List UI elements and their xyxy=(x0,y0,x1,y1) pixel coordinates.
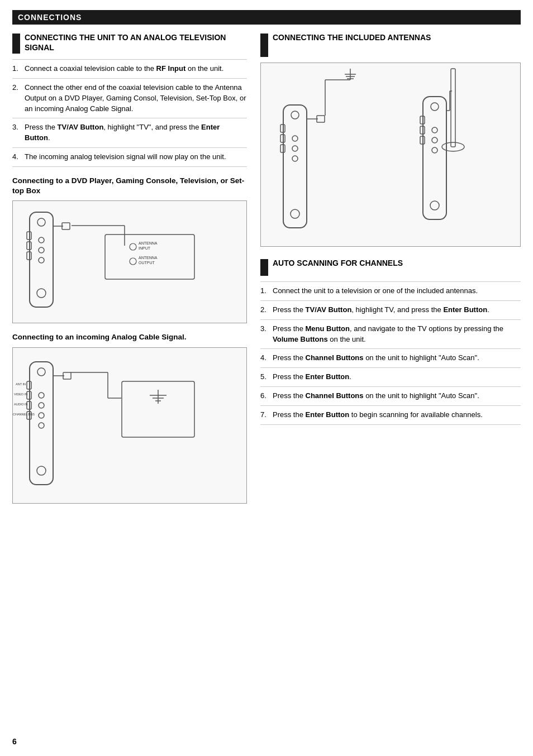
analog-step-4: 4. The incoming analog television signal… xyxy=(12,148,247,167)
svg-point-50 xyxy=(292,136,298,141)
svg-rect-55 xyxy=(317,116,325,122)
analog-steps-list: 1. Connect a coaxial television cable to… xyxy=(12,59,247,167)
header-title: CONNECTIONS xyxy=(18,13,82,22)
main-columns: CONNECTING THE UNIT TO AN ANALOG TELEVIS… xyxy=(12,32,521,511)
dvd-diagram-svg: ANTENNA INPUT ANTENNA OUTPUT xyxy=(13,201,220,318)
svg-point-6 xyxy=(39,247,44,253)
svg-point-14 xyxy=(130,243,136,250)
scan-step-6: 6. Press the Channel Buttons on the unit… xyxy=(260,387,521,406)
svg-point-72 xyxy=(430,201,439,210)
page-header: CONNECTIONS xyxy=(12,10,521,25)
svg-point-71 xyxy=(432,147,437,153)
svg-point-5 xyxy=(39,237,44,243)
svg-point-1 xyxy=(37,218,45,226)
svg-point-65 xyxy=(431,103,439,111)
svg-rect-62 xyxy=(451,69,455,147)
svg-point-46 xyxy=(291,111,299,119)
svg-text:OUTPUT: OUTPUT xyxy=(139,261,155,265)
svg-point-8 xyxy=(37,289,46,298)
analog-cable-diagram: ANT IN VIDEO IN AUDIO IN CHANNEL BNS xyxy=(12,347,247,504)
scan-steps-list: 1. Connect the unit to a television or o… xyxy=(260,281,521,425)
svg-text:CHANNEL BNS: CHANNEL BNS xyxy=(13,413,35,416)
svg-text:ANTENNA: ANTENNA xyxy=(139,241,158,245)
svg-point-33 xyxy=(39,423,44,428)
section1-title: CONNECTING THE UNIT TO AN ANALOG TELEVIS… xyxy=(25,32,247,52)
svg-rect-10 xyxy=(62,223,70,229)
svg-point-53 xyxy=(291,209,299,218)
right-column: CONNECTING THE INCLUDED ANTENNAS xyxy=(260,32,521,511)
section-antennas-marker xyxy=(260,34,268,57)
svg-point-17 xyxy=(130,258,136,265)
section1-marker xyxy=(12,34,20,54)
analog-step-2: 2. Connect the other end of the coaxial … xyxy=(12,79,247,119)
analog-cable-sub-heading: Connecting to an incoming Analog Cable S… xyxy=(12,332,247,342)
analog-step-3: 3. Press the TV/AV Button, highlight "TV… xyxy=(12,118,247,148)
page: CONNECTIONS CONNECTING THE UNIT TO AN AN… xyxy=(0,0,533,756)
svg-point-32 xyxy=(39,413,44,418)
svg-text:VIDEO IN: VIDEO IN xyxy=(14,393,27,396)
section-scanning-heading: AUTO SCANNING FOR CHANNELS xyxy=(260,258,521,276)
svg-text:ANT IN: ANT IN xyxy=(16,382,26,386)
antennas-diagram-svg xyxy=(261,63,507,242)
analog-step-1: 1. Connect a coaxial television cable to… xyxy=(12,59,247,79)
svg-point-31 xyxy=(39,403,44,408)
svg-rect-36 xyxy=(63,372,71,379)
dvd-diagram: ANTENNA INPUT ANTENNA OUTPUT xyxy=(12,200,247,323)
scan-step-3: 3. Press the Menu Button, and navigate t… xyxy=(260,320,521,350)
scan-step-2: 2. Press the TV/AV Button, highlight TV,… xyxy=(260,301,521,320)
scan-step-4: 4. Press the Channel Buttons on the unit… xyxy=(260,349,521,368)
svg-point-51 xyxy=(292,146,298,151)
svg-point-52 xyxy=(292,156,298,161)
analog-cable-diagram-svg: ANT IN VIDEO IN AUDIO IN CHANNEL BNS xyxy=(13,348,220,501)
scan-step-1: 1. Connect the unit to a television or o… xyxy=(260,281,521,301)
svg-text:AUDIO IN: AUDIO IN xyxy=(14,403,27,406)
svg-point-69 xyxy=(432,127,437,133)
svg-point-34 xyxy=(37,466,46,475)
section-scanning-title: AUTO SCANNING FOR CHANNELS xyxy=(273,258,403,268)
section-scanning-marker xyxy=(260,259,268,276)
page-number: 6 xyxy=(12,737,17,746)
dvd-sub-heading: Connecting to a DVD Player, Gaming Conso… xyxy=(12,176,247,196)
section-antennas-title: CONNECTING THE INCLUDED ANTENNAS xyxy=(273,32,431,42)
section-antennas-heading: CONNECTING THE INCLUDED ANTENNAS xyxy=(260,32,521,57)
svg-text:INPUT: INPUT xyxy=(139,246,151,250)
section1-heading: CONNECTING THE UNIT TO AN ANALOG TELEVIS… xyxy=(12,32,247,54)
left-column: CONNECTING THE UNIT TO AN ANALOG TELEVIS… xyxy=(12,32,247,511)
svg-point-70 xyxy=(432,137,437,143)
scan-step-7: 7. Press the Enter Button to begin scann… xyxy=(260,406,521,425)
svg-point-21 xyxy=(37,368,45,376)
svg-point-30 xyxy=(39,393,44,398)
svg-point-7 xyxy=(39,257,44,263)
svg-text:ANTENNA: ANTENNA xyxy=(139,256,158,260)
scan-step-5: 5. Press the Enter Button. xyxy=(260,368,521,387)
antennas-diagram xyxy=(260,63,521,247)
